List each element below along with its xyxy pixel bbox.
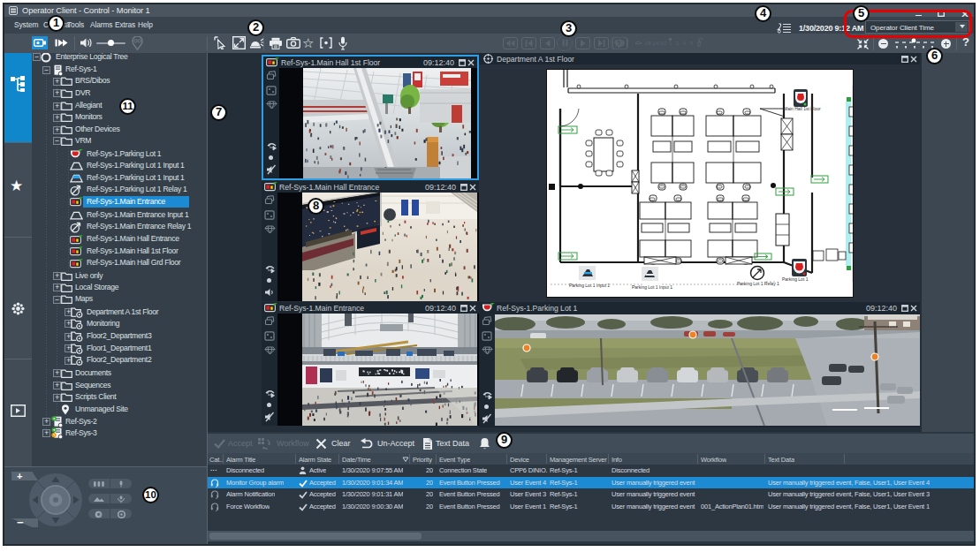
svg-text:1/4: 1/4: [652, 41, 659, 46]
svg-text:8: 8: [690, 41, 693, 46]
svg-text:Parking Lot 1 Input 1: Parking Lot 1 Input 1: [632, 284, 672, 290]
svg-text:Parking Lot 1 Input 1: Parking Lot 1 Input 1: [569, 283, 610, 288]
svg-text:Parking Lot 1: Parking Lot 1: [782, 276, 809, 282]
svg-text:1: 1: [669, 41, 672, 46]
svg-text:Parking Lot 1 Relay 1: Parking Lot 1 Relay 1: [737, 281, 779, 286]
svg-text:Main Hall 1st Floor: Main Hall 1st Floor: [784, 106, 821, 111]
svg-text:2: 2: [676, 41, 679, 46]
svg-text:1/2: 1/2: [660, 41, 667, 46]
svg-text:1/8: 1/8: [644, 41, 651, 46]
svg-text:4: 4: [683, 41, 686, 46]
